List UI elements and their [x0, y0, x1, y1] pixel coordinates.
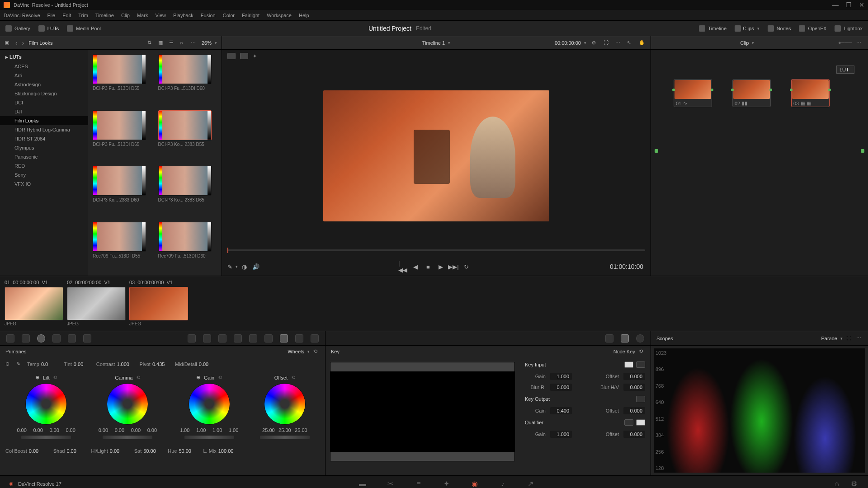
gamma-reset-icon[interactable]: ⟲ — [136, 375, 140, 380]
3d-tab[interactable] — [311, 334, 319, 343]
gain-master-wheel[interactable] — [184, 436, 234, 439]
info-tab[interactable] — [636, 334, 644, 343]
lut-thumb[interactable]: Rec709 Fu...513DI D60 — [158, 222, 217, 272]
search-icon[interactable]: ⌕ — [180, 40, 186, 46]
key-q-offset[interactable]: 0.000 — [623, 431, 645, 438]
qualifier-invert[interactable] — [624, 419, 633, 426]
scopes-tab[interactable] — [621, 334, 629, 343]
scope-expand-icon[interactable]: ⛶ — [846, 335, 853, 342]
scope-mode-dropdown[interactable]: Parade — [821, 336, 843, 341]
scope-more-icon[interactable]: ⋯ — [856, 335, 863, 342]
auto-balance-icon[interactable]: ⊙ — [5, 361, 12, 367]
wipe-icon[interactable]: ◑ — [241, 263, 247, 270]
viewer-more-icon[interactable]: ⋯ — [615, 40, 622, 46]
contrast-value[interactable]: 1.000 — [117, 361, 135, 367]
lut-tree-item[interactable]: Film Looks — [0, 116, 88, 125]
playhead[interactable] — [227, 248, 228, 253]
maximize-button[interactable]: ❐ — [846, 1, 852, 9]
warper-tab[interactable] — [203, 334, 211, 343]
lut-tree-item[interactable]: Arri — [0, 71, 88, 80]
key-in-offset[interactable]: 0.000 — [623, 373, 645, 380]
node-3[interactable]: 03 ▦ ▦ — [791, 79, 830, 107]
clips-button[interactable]: Clips — [735, 25, 759, 32]
node-graph[interactable]: 01 ∿ 02 ▮▮ 03 ▦ ▦ — [651, 50, 868, 276]
lut-tree-item[interactable]: VFX IO — [0, 179, 88, 188]
main-timecode[interactable]: 01:00:10:00 — [610, 263, 643, 270]
key-in-gain[interactable]: 1.000 — [550, 373, 572, 380]
clip-item[interactable]: 0200:00:00:00V1 JPEG — [67, 279, 126, 328]
reset-icon[interactable]: ⟲ — [313, 348, 320, 355]
pointer-icon[interactable]: ↖ — [627, 40, 633, 46]
menu-mark[interactable]: Mark — [137, 13, 148, 18]
timeline-button[interactable]: Timeline — [699, 25, 726, 32]
menu-help[interactable]: Help — [299, 13, 309, 18]
camera-raw-tab[interactable] — [6, 334, 14, 343]
wheels-tab[interactable] — [37, 334, 45, 343]
magic-mask-tab[interactable] — [264, 334, 273, 343]
menu-edit[interactable]: Edit — [62, 13, 71, 18]
lift-wheel[interactable] — [25, 383, 67, 425]
gamma-master-wheel[interactable] — [103, 436, 152, 439]
lut-thumb[interactable]: DCI-P3 Ko... 2383 D60 — [93, 166, 152, 216]
nav-back-button[interactable]: ‹ — [15, 39, 18, 47]
lift-master-wheel[interactable] — [21, 436, 71, 439]
lift-target-icon[interactable]: ⊕ — [35, 375, 39, 380]
fusion-page-button[interactable]: ✦ — [442, 480, 452, 488]
rgb-mixer-tab[interactable] — [68, 334, 76, 343]
viewer-image[interactable] — [323, 90, 549, 221]
grid-view-icon[interactable]: ▦ — [158, 40, 165, 46]
key-out-gain[interactable]: 0.400 — [550, 407, 572, 414]
lut-tree-item[interactable]: DCI — [0, 98, 88, 107]
key-out-offset[interactable]: 0.000 — [623, 407, 645, 414]
temp-value[interactable]: 0.0 — [41, 361, 59, 367]
node-label-input[interactable] — [836, 66, 854, 74]
edit-page-button[interactable]: ≡ — [414, 480, 424, 488]
gain-wheel[interactable] — [189, 383, 230, 425]
deliver-page-button[interactable]: ↗ — [526, 480, 536, 488]
menu-davinci[interactable]: DaVinci Resolve — [4, 13, 40, 18]
hand-icon[interactable]: ✋ — [639, 40, 645, 46]
lut-tree-item[interactable]: RED — [0, 161, 88, 170]
menu-clip[interactable]: Clip — [121, 13, 130, 18]
wheels-mode-dropdown[interactable]: Wheels — [288, 349, 310, 354]
split-icon[interactable] — [240, 53, 248, 59]
picker-dropdown[interactable]: ✎ — [229, 263, 236, 270]
openfx-button[interactable]: OpenFX — [799, 25, 826, 32]
mediapool-button[interactable]: Media Pool — [67, 25, 101, 32]
gain-target-icon[interactable]: ⊕ — [196, 375, 200, 380]
gain-reset-icon[interactable]: ⟲ — [218, 375, 222, 380]
luts-button[interactable]: LUTs — [38, 25, 59, 32]
lut-tree-item[interactable]: ACES — [0, 62, 88, 71]
fairlight-page-button[interactable]: ♪ — [498, 480, 508, 488]
loop-button[interactable]: ↻ — [463, 263, 469, 270]
lut-tree-item[interactable]: Blackmagic Design — [0, 89, 88, 98]
lmix-value[interactable]: 100.00 — [218, 448, 236, 454]
close-button[interactable]: ✕ — [859, 1, 864, 9]
gamma-wheel[interactable] — [107, 383, 148, 425]
lut-tree-item[interactable]: HDR Hybrid Log-Gamma — [0, 125, 88, 134]
curves-tab[interactable] — [188, 334, 196, 343]
media-page-button[interactable]: ▬ — [358, 480, 368, 488]
key-output-invert[interactable] — [636, 396, 645, 402]
menu-trim[interactable]: Trim — [78, 13, 88, 18]
sort-icon[interactable]: ⇅ — [147, 40, 154, 46]
lut-thumb[interactable]: DCI-P3 Fu...513DI D55 — [93, 54, 152, 104]
qualifier-mask[interactable] — [636, 419, 645, 426]
lut-thumb[interactable]: DCI-P3 Ko... 2383 D55 — [158, 110, 217, 160]
minimize-button[interactable]: — — [832, 1, 839, 9]
keyframe-tab[interactable] — [605, 334, 613, 343]
shad-value[interactable]: 0.00 — [66, 448, 85, 454]
menu-playback[interactable]: Playback — [173, 13, 193, 18]
lut-thumb[interactable]: DCI-P3 Ko... 2383 D65 — [158, 166, 217, 216]
lut-tree-item[interactable]: Astrodesign — [0, 80, 88, 89]
lut-tree-item[interactable]: Panasonic — [0, 152, 88, 161]
scrub-bar[interactable] — [222, 249, 651, 258]
last-frame-button[interactable]: ▶▶| — [450, 263, 457, 270]
color-match-tab[interactable] — [22, 334, 30, 343]
magic-wand-icon[interactable]: ✦ — [253, 53, 257, 59]
nav-forward-button[interactable]: › — [22, 39, 24, 47]
lut-tree-root[interactable]: ▸ LUTs — [0, 52, 88, 62]
menu-fairlight[interactable]: Fairlight — [242, 13, 259, 18]
key-input-mask[interactable] — [636, 361, 645, 368]
node-mode-dropdown[interactable]: Clip — [741, 40, 755, 46]
